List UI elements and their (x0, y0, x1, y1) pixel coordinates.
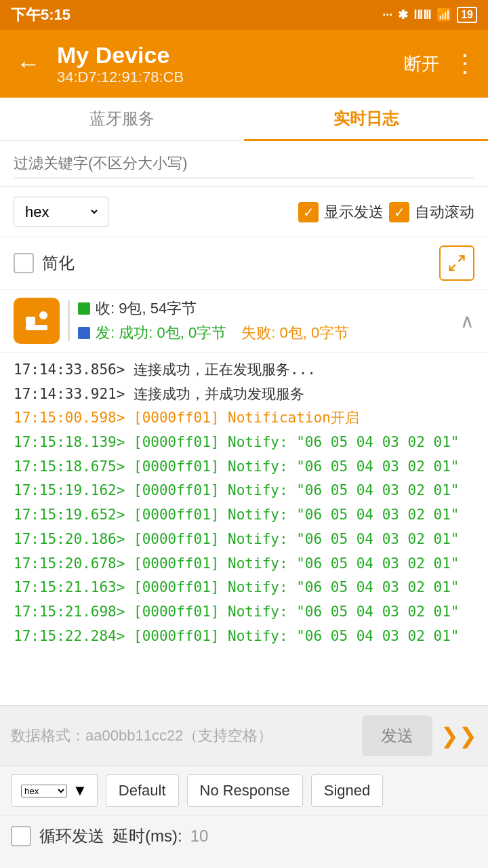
log-line: 17:15:20.186> [0000ff01] Notify: "06 05 … (14, 528, 474, 552)
delay-value: 10 (190, 827, 209, 846)
tab-bar: 蓝牙服务 实时日志 (0, 98, 488, 141)
log-line: 17:15:21.698> [0000ff01] Notify: "06 05 … (14, 600, 474, 625)
svg-line-1 (450, 264, 455, 270)
send-expand-button[interactable]: ❯❯ (441, 723, 477, 749)
loop-row: 循环发送 延时(ms): 10 (0, 815, 488, 856)
log-line: 17:15:19.162> [0000ff01] Notify: "06 05 … (14, 479, 474, 503)
auto-scroll-checkbox[interactable]: ✓ (389, 202, 409, 222)
status-icons: ··· ✱ ⅠⅡⅢ 📶 19 (382, 7, 477, 23)
send-hint: 数据格式：aa00bb11cc22（支持空格） (11, 726, 354, 746)
controls-row: hex text decimal ✓ 显示发送 ✓ 自动滚动 (0, 187, 488, 237)
filter-input[interactable] (14, 149, 474, 178)
simplify-left: 简化 (14, 252, 75, 274)
more-menu-button[interactable]: ⋮ (453, 52, 477, 76)
recv-stats: 收: 9包, 54字节 (78, 298, 452, 319)
log-line: 17:15:22.284> [0000ff01] Notify: "06 05 … (14, 625, 474, 649)
log-area: 17:14:33.856> 连接成功，正在发现服务...17:14:33.921… (0, 353, 488, 705)
show-send-label: 显示发送 (324, 202, 384, 222)
svg-line-0 (458, 256, 464, 262)
tab-bluetooth-service[interactable]: 蓝牙服务 (0, 98, 244, 141)
signal-dots-icon: ··· (382, 8, 392, 22)
battery-icon: 19 (457, 7, 477, 23)
no-response-button[interactable]: No Response (187, 774, 303, 807)
auto-scroll-checkbox-item: ✓ 自动滚动 (389, 202, 474, 222)
log-line: 17:14:33.921> 连接成功，并成功发现服务 (14, 382, 474, 407)
log-line: 17:15:18.675> [0000ff01] Notify: "06 05 … (14, 455, 474, 479)
send-dot (78, 327, 90, 339)
log-line: 17:15:00.598> [0000ff01] Notification开启 (14, 406, 474, 431)
loop-checkbox[interactable] (11, 826, 31, 846)
format-select-dropdown-top[interactable]: hex text decimal (22, 203, 100, 221)
stats-bar: 收: 9包, 54字节 发: 成功: 0包, 0字节 失败: 0包, 0字节 ∧ (0, 290, 488, 353)
stats-divider (68, 300, 70, 341)
send-stats: 发: 成功: 0包, 0字节 失败: 0包, 0字节 (78, 323, 452, 343)
signal-bars-icon: ⅠⅡⅢ (413, 7, 431, 22)
wifi-icon: 📶 (436, 7, 451, 22)
send-area: 数据格式：aa00bb11cc22（支持空格） 发送 ❯❯ (0, 705, 488, 766)
log-line: 17:15:19.652> [0000ff01] Notify: "06 05 … (14, 503, 474, 528)
stats-icon (14, 298, 60, 344)
log-line: 17:14:33.856> 连接成功，正在发现服务... (14, 358, 474, 382)
loop-label: 循环发送 (39, 825, 104, 847)
auto-scroll-label: 自动滚动 (415, 202, 474, 222)
status-bar: 下午5:15 ··· ✱ ⅠⅡⅢ 📶 19 (0, 0, 488, 30)
stats-text: 收: 9包, 54字节 发: 成功: 0包, 0字节 失败: 0包, 0字节 (78, 298, 452, 343)
send-fail-text: 失败: 0包, 0字节 (241, 323, 349, 343)
simplify-row: 简化 (0, 237, 488, 290)
send-success-text: 发: 成功: 0包, 0字节 (96, 323, 226, 343)
show-send-checkbox-item: ✓ 显示发送 (298, 202, 384, 222)
recv-dot (78, 302, 90, 315)
header-actions: 断开 ⋮ (404, 52, 477, 76)
status-time: 下午5:15 (11, 5, 70, 25)
device-info: My Device 34:D7:12:91:78:CB (57, 42, 393, 86)
bottom-controls: hex text decimal ▼ Default No Response S… (0, 766, 488, 815)
log-line: 17:15:20.678> [0000ff01] Notify: "06 05 … (14, 552, 474, 576)
svg-rect-2 (26, 317, 35, 325)
simplify-checkbox[interactable] (14, 253, 34, 273)
format-select-top[interactable]: hex text decimal (14, 197, 108, 227)
log-line: 17:15:18.139> [0000ff01] Notify: "06 05 … (14, 431, 474, 455)
send-button[interactable]: 发送 (362, 715, 432, 756)
back-button[interactable]: ← (11, 44, 46, 83)
delay-label: 延时(ms): (113, 825, 182, 847)
filter-section (0, 141, 488, 187)
log-line: 17:15:21.163> [0000ff01] Notify: "06 05 … (14, 576, 474, 600)
expand-button[interactable] (439, 245, 474, 281)
show-send-checkbox[interactable]: ✓ (298, 202, 319, 222)
checkbox-group: ✓ 显示发送 ✓ 自动滚动 (122, 202, 474, 222)
collapse-button[interactable]: ∧ (460, 310, 474, 332)
signed-button[interactable]: Signed (311, 774, 384, 807)
simplify-label: 简化 (42, 252, 75, 274)
recv-text: 收: 9包, 54字节 (96, 298, 197, 319)
disconnect-button[interactable]: 断开 (404, 52, 439, 76)
tab-realtime-log[interactable]: 实时日志 (244, 98, 488, 141)
format-select-bottom[interactable]: hex text decimal ▼ (11, 774, 98, 807)
device-name: My Device (57, 42, 393, 68)
default-button[interactable]: Default (106, 774, 179, 807)
bluetooth-icon: ✱ (398, 7, 408, 22)
header: ← My Device 34:D7:12:91:78:CB 断开 ⋮ (0, 30, 488, 98)
chevron-down-icon: ▼ (73, 782, 87, 800)
svg-rect-3 (26, 325, 47, 330)
device-address: 34:D7:12:91:78:CB (57, 68, 393, 86)
format-select-dropdown-bottom[interactable]: hex text decimal (21, 785, 67, 797)
svg-point-4 (39, 311, 47, 319)
